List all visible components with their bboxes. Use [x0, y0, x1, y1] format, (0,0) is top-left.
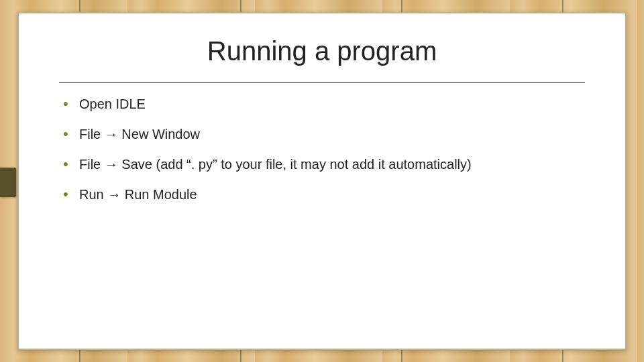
list-item: Run → Run Module [59, 186, 585, 204]
bullet-list: Open IDLE File → New Window File → Save … [59, 95, 585, 204]
bullet-text: Open IDLE [79, 97, 146, 111]
slide-stage: Running a program Open IDLE File → New W… [0, 0, 644, 362]
bullet-text: File → New Window [79, 127, 200, 141]
list-item: File → Save (add “. py” to your file, it… [59, 156, 585, 174]
list-item: File → New Window [59, 125, 585, 143]
bullet-text: Run → Run Module [79, 187, 197, 202]
title-underline [59, 82, 585, 83]
decorative-side-tab [0, 168, 16, 197]
slide-card: Running a program Open IDLE File → New W… [17, 12, 627, 350]
list-item: Open IDLE [59, 95, 585, 113]
slide-title: Running a program [59, 36, 585, 66]
bullet-text: File → Save (add “. py” to your file, it… [79, 157, 472, 172]
